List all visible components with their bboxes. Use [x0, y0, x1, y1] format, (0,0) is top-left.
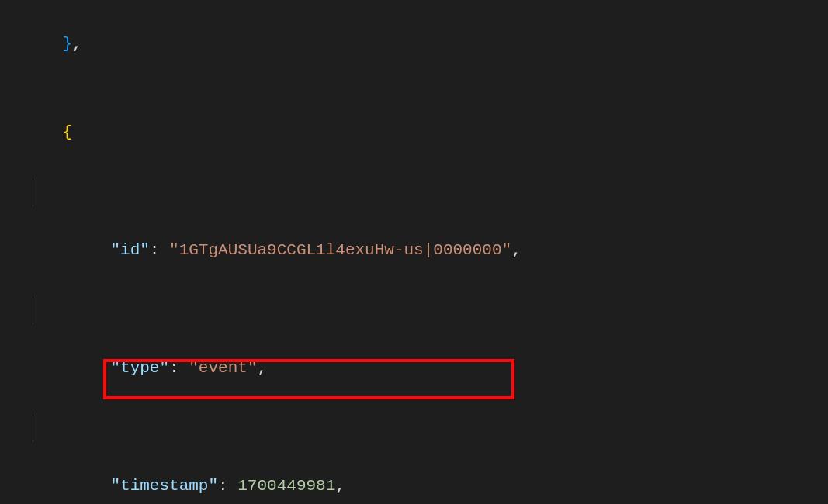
colon: :	[150, 241, 160, 259]
json-val-timestamp: 1700449981	[237, 477, 335, 495]
comma: ,	[511, 241, 521, 259]
json-val-id: "1GTgAUSUa9CCGL1l4exuHw-us|0000000"	[169, 241, 511, 259]
json-key-type: "type"	[110, 359, 169, 377]
comma: ,	[72, 35, 82, 53]
json-key-id: "id"	[110, 241, 149, 259]
json-key-timestamp: "timestamp"	[110, 477, 218, 495]
code-line: "timestamp": 1700449981,	[16, 413, 828, 504]
json-val-type: "event"	[189, 359, 257, 377]
code-line: "id": "1GTgAUSUa9CCGL1l4exuHw-us|0000000…	[16, 177, 828, 295]
code-editor[interactable]: }, { "id": "1GTgAUSUa9CCGL1l4exuHw-us|00…	[0, 0, 828, 504]
code-line: },	[16, 0, 828, 88]
code-line: "type": "event",	[16, 295, 828, 413]
brace-close: }	[62, 35, 72, 53]
brace-open: {	[62, 123, 72, 141]
code-line: {	[16, 88, 828, 177]
